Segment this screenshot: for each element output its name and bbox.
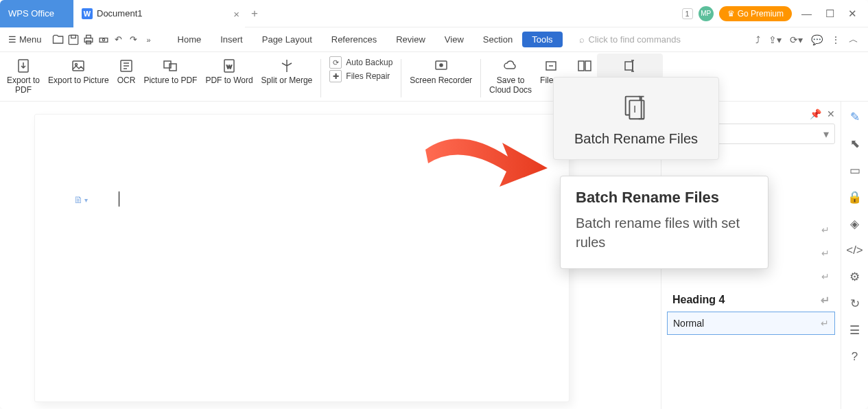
ribbon-separator [320,59,321,97]
ribbon-pdf-to-word[interactable]: W PDF to Word [201,56,257,85]
cloud-save-icon [502,56,519,75]
auto-backup-icon: ⟳ [329,56,342,69]
svg-point-16 [440,64,443,67]
tab-view[interactable]: View [435,32,473,47]
menu-label: Menu [19,34,42,45]
ribbon-label: Split or Merge [261,75,313,85]
ribbon-export-pdf[interactable]: Export to PDF [3,56,44,95]
open-icon[interactable] [51,33,65,47]
sync-icon[interactable]: ⟳▾ [790,34,803,45]
ribbon-save-cloud[interactable]: Save to Cloud Docs [485,56,536,95]
go-premium-button[interactable]: ♛ Go Premium [719,6,792,21]
undo-icon[interactable]: ↶ [112,33,126,47]
ribbon-split-merge[interactable]: Split or Merge [257,56,317,85]
more-vert-icon[interactable]: ⋮ [831,34,841,45]
ribbon-auto-backup[interactable]: ⟳Auto Backup [329,56,392,69]
print-icon[interactable] [82,33,95,47]
highlight-icon[interactable]: ◈ [850,217,859,231]
tab-page-layout[interactable]: Page Layout [253,32,322,47]
titlebar: WPS Office W Document1 × + 1 MP ♛ Go Pre… [0,0,868,27]
cloud-upload-icon[interactable]: ⤴ [755,34,760,45]
close-panel-icon[interactable]: ✕ [827,108,835,119]
ribbon-screen-recorder[interactable]: Screen Recorder [406,56,476,85]
window-count-badge[interactable]: 1 [682,8,693,19]
comments-icon[interactable]: 💬 [811,34,823,45]
svg-text:I: I [633,103,636,115]
split-merge-icon [279,56,295,75]
minimize-button[interactable]: — [797,8,816,19]
svg-text:W: W [226,64,232,70]
pin-panel-icon[interactable]: 📌 [810,108,821,119]
popover-title: Batch Rename Files [574,131,698,147]
ribbon-files-repair[interactable]: ✚Files Repair [329,70,392,82]
tab-references[interactable]: References [322,32,386,47]
svg-rect-19 [585,61,591,71]
ribbon-label: Export to Picture [48,75,109,85]
style-row-heading4[interactable]: Heading 4↵ [667,288,835,312]
svg-rect-8 [73,61,84,71]
tab-insert[interactable]: Insert [211,32,253,47]
ribbon-stack-backup: ⟳Auto Backup ✚Files Repair [325,56,397,82]
history-icon[interactable]: ↻ [850,296,860,311]
picture-to-pdf-icon [162,56,178,75]
save-icon[interactable] [67,33,80,47]
help-icon[interactable]: ? [852,350,858,364]
batch-rename-icon [622,56,638,75]
settings-sliders-icon[interactable]: ⚙ [849,270,860,284]
export-picture-icon [70,56,86,75]
ribbon-label: Save to Cloud Docs [489,75,532,95]
text-cursor [119,191,119,207]
maximize-button[interactable]: ☐ [821,8,838,20]
tab-tools[interactable]: Tools [522,32,562,47]
menu-button[interactable]: ☰ Menu [4,34,46,45]
add-tab-button[interactable]: + [245,7,264,21]
close-tab-icon[interactable]: × [233,8,239,19]
search-icon: ⌕ [579,34,585,45]
style-row-normal[interactable]: Normal↵ [667,312,835,335]
ribbon-tools: Export to PDF Export to Picture OCR Pict… [0,52,868,102]
hamburger-icon: ☰ [8,34,16,45]
edit-tool-icon[interactable]: ✎ [850,110,860,124]
app-tab[interactable]: WPS Office [0,0,73,27]
document-tab-label: Document1 [97,8,142,19]
document-tab[interactable]: W Document1 × [73,0,245,27]
batch-rename-large-icon: I [620,90,652,121]
ribbon-separator [480,59,481,97]
code-icon[interactable]: </> [846,244,863,257]
batch-rename-popover[interactable]: I Batch Rename Files [553,77,719,160]
return-icon: ↵ [821,271,830,282]
ribbon-label: Export to PDF [7,75,40,95]
ribbon-label: PDF to Word [205,75,253,85]
share-icon[interactable]: ⇪▾ [769,34,782,45]
shape-tool-icon[interactable]: ▭ [849,163,860,178]
tooltip-desc: Batch rename files with set rules [576,213,753,252]
user-avatar[interactable]: MP [699,6,714,21]
tab-home[interactable]: Home [168,32,211,47]
tooltip-title: Batch Rename Files [576,189,753,207]
tab-section[interactable]: Section [473,32,522,47]
crown-icon: ♛ [727,9,735,19]
ribbon-export-picture[interactable]: Export to Picture [44,56,113,85]
list-icon[interactable]: ☰ [849,323,860,338]
ribbon-batch-rename[interactable] [597,54,663,78]
close-window-button[interactable]: ✕ [844,8,861,20]
command-search[interactable]: ⌕ Click to find commands [579,34,681,45]
tab-review[interactable]: Review [386,32,435,47]
section-marker-icon[interactable]: 🗎▾ [73,194,88,205]
select-tool-icon[interactable]: ⬉ [850,137,860,151]
svg-rect-18 [578,61,584,71]
print-preview-icon[interactable] [97,33,110,47]
menubar: ☰ Menu ↶ ↷ » Home Insert Page Layout Ref… [0,27,868,52]
lock-icon[interactable]: 🔒 [847,190,862,204]
collapse-ribbon-icon[interactable]: ︿ [849,34,858,46]
redo-icon[interactable]: ↷ [127,33,141,47]
ribbon-ocr[interactable]: OCR [113,56,140,85]
qat-more-icon[interactable]: » [142,33,156,47]
screen-recorder-icon [433,56,449,75]
ribbon-picture-to-pdf[interactable]: Picture to PDF [139,56,201,85]
files-repair-icon: ✚ [329,70,342,82]
chevron-down-icon: ▾ [823,128,829,141]
file-collect-icon [543,56,559,75]
ribbon-compare-docs[interactable] [572,56,597,75]
right-rail: ✎ ⬉ ▭ 🔒 ◈ </> ⚙ ↻ ☰ ? [841,102,868,409]
